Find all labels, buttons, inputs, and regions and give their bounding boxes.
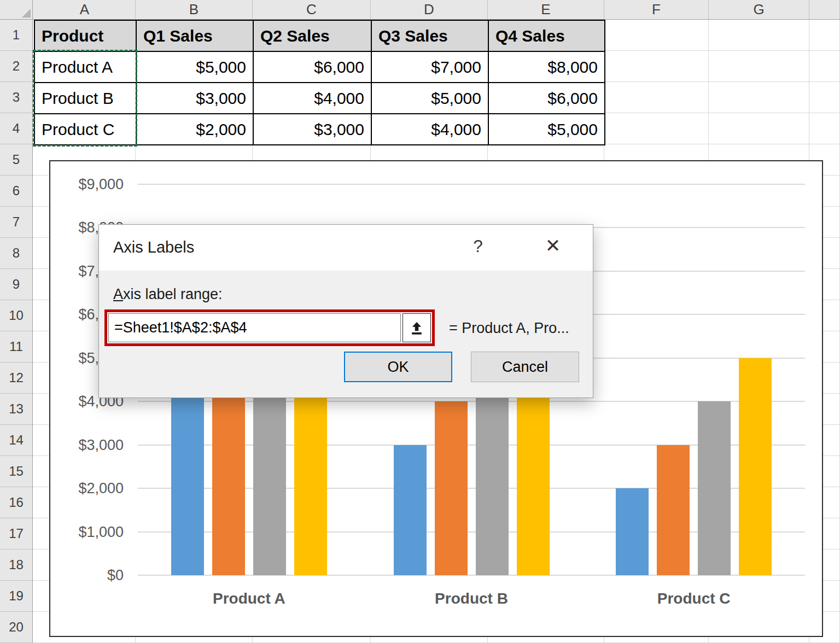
row-header-5[interactable]: 5 [0,144,32,176]
table-header-cell[interactable]: Q2 Sales [254,21,372,52]
table-cell[interactable]: $2,000 [137,114,254,145]
table-row: Product B$3,000$4,000$5,000$6,000 [35,83,605,114]
column-header-partial[interactable] [809,0,840,19]
bar-q1-sales-product-c[interactable] [616,488,649,575]
select-all-corner[interactable] [0,0,33,20]
row-header-18[interactable]: 18 [0,550,32,581]
select-all-triangle-icon [22,9,31,17]
table-cell[interactable]: $6,000 [254,52,372,83]
column-header-C[interactable]: C [253,0,371,19]
spreadsheet: ABCDEFG 1234567891011121314151617181920 … [0,0,840,643]
row-header-20[interactable]: 20 [0,612,32,643]
range-preview-text: = Product A, Pro... [449,320,569,337]
table-row: Product C$2,000$3,000$4,000$5,000 [35,114,605,145]
help-icon[interactable]: ? [464,237,492,256]
y-axis-tick-label: $9,000 [62,176,124,193]
collapse-range-icon [409,320,424,336]
table-cell[interactable]: $5,000 [372,83,489,114]
collapse-dialog-button[interactable] [402,313,431,342]
row-header-8[interactable]: 8 [0,238,32,269]
x-axis-category-label[interactable]: Product B [389,590,553,607]
chart-gridline [138,184,805,185]
column-header-E[interactable]: E [488,0,604,19]
accelerator-letter: A [113,286,123,302]
table-cell[interactable]: Product C [35,114,137,145]
table-cell[interactable]: $7,000 [372,52,489,83]
table-cell[interactable]: $3,000 [137,83,254,114]
x-axis-category-label[interactable]: Product A [167,590,331,607]
bar-q4-sales-product-c[interactable] [739,358,772,575]
table-cell[interactable]: $4,000 [372,114,489,145]
table-header-cell[interactable]: Q1 Sales [137,21,254,52]
row-header-15[interactable]: 15 [0,456,32,487]
table-cell[interactable]: $8,000 [489,52,605,83]
table-cell[interactable]: $3,000 [254,114,372,145]
column-header-F[interactable]: F [604,0,709,19]
row-header-3[interactable]: 3 [0,82,32,113]
range-input-highlight [104,309,435,346]
row-header-1[interactable]: 1 [0,20,32,51]
sales-data-table: ProductQ1 SalesQ2 SalesQ3 SalesQ4 SalesP… [34,20,605,145]
dialog-title: Axis Labels [113,238,194,256]
cancel-button[interactable]: Cancel [471,352,579,382]
table-row: Product A$5,000$6,000$7,000$8,000 [35,52,605,83]
bar-q2-sales-product-c[interactable] [657,445,690,575]
table-header-row: ProductQ1 SalesQ2 SalesQ3 SalesQ4 Sales [35,21,605,52]
table-cell[interactable]: Product B [35,83,137,114]
ok-button[interactable]: OK [344,352,452,382]
table-cell[interactable]: $5,000 [489,114,605,145]
table-cell[interactable]: Product A [35,52,137,83]
row-header-10[interactable]: 10 [0,300,32,331]
row-header-4[interactable]: 4 [0,113,32,144]
axis-label-range-input[interactable] [108,313,401,342]
table-header-cell[interactable]: Q4 Sales [489,21,605,52]
dialog-titlebar[interactable]: Axis Labels ? ✕ [99,225,593,271]
row-header-19[interactable]: 19 [0,581,32,612]
table-cell[interactable]: $4,000 [254,83,372,114]
bar-q2-sales-product-b[interactable] [435,401,468,575]
y-axis-tick-label: $3,000 [62,436,124,454]
y-axis-tick-label: $1,000 [62,523,124,541]
y-axis-tick-label: $2,000 [62,480,124,497]
column-header-B[interactable]: B [136,0,253,19]
column-header-D[interactable]: D [371,0,488,19]
row-header-9[interactable]: 9 [0,269,32,300]
row-header-6[interactable]: 6 [0,176,32,207]
table-header-cell[interactable]: Product [35,21,137,52]
row-header-strip: 1234567891011121314151617181920 [0,20,33,643]
column-header-G[interactable]: G [709,0,809,19]
bar-q1-sales-product-b[interactable] [394,445,427,575]
axis-label-range-label: Axis label range: [113,286,223,303]
row-header-12[interactable]: 12 [0,363,32,394]
y-axis-tick-label: $0 [62,566,124,584]
column-header-A[interactable]: A [34,0,136,19]
table-cell[interactable]: $6,000 [489,83,605,114]
row-header-13[interactable]: 13 [0,394,32,425]
row-header-14[interactable]: 14 [0,425,32,456]
row-header-7[interactable]: 7 [0,207,32,238]
axis-labels-dialog: Axis Labels ? ✕ Axis label range: = Prod… [98,224,593,398]
bar-q3-sales-product-c[interactable] [698,401,731,575]
row-header-16[interactable]: 16 [0,487,32,518]
label-rest: xis label range: [123,286,223,302]
row-header-17[interactable]: 17 [0,518,32,550]
row-header-11[interactable]: 11 [0,331,32,363]
table-cell[interactable]: $5,000 [137,52,254,83]
row-header-2[interactable]: 2 [0,51,32,82]
close-icon[interactable]: ✕ [535,235,570,256]
x-axis-category-label[interactable]: Product C [612,590,776,607]
table-header-cell[interactable]: Q3 Sales [372,21,489,52]
column-header-strip: ABCDEFG [0,0,840,20]
